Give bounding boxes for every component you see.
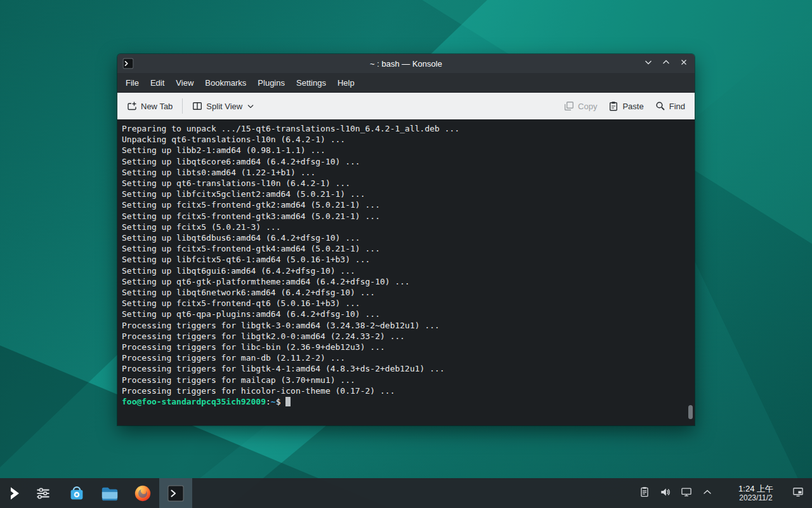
prompt-symbol: $ [276,397,286,406]
terminal-line: Processing triggers for libgtk-3-0:amd64… [122,320,686,331]
menu-view[interactable]: View [170,75,199,91]
terminal-output: Preparing to unpack .../15-qt6-translati… [122,123,686,396]
copy-icon [564,101,574,111]
terminal-line: Setting up libfcitx5-qt6-1:amd64 (5.0.16… [122,254,686,265]
clipboard-icon [638,486,651,500]
show-desktop-icon [792,486,804,500]
new-tab-label: New Tab [141,102,173,111]
terminal-line: Setting up qt6-qpa-plugins:amd64 (6.4.2+… [122,309,686,319]
toolbar-separator [182,98,183,114]
terminal-line: Setting up libqt6core6:amd64 (6.4.2+dfsg… [122,156,686,167]
find-icon [655,101,665,111]
terminal-line: Processing triggers for hicolor-icon-the… [122,385,686,396]
system-tray: 1:24 上午 2023/11/2 [637,478,812,508]
taskbar-dolphin-button[interactable] [93,478,126,508]
clipboard-tray-button[interactable] [637,486,652,501]
pager-button[interactable] [29,478,57,508]
menu-file[interactable]: File [120,75,145,91]
network-display-icon [680,486,693,500]
terminal-line: Processing triggers for libc-bin (2.36-9… [122,342,686,352]
digital-clock[interactable]: 1:24 上午 2023/11/2 [738,484,773,503]
taskbar: 1:24 上午 2023/11/2 [0,478,812,508]
menu-edit[interactable]: Edit [145,75,170,91]
minimize-icon [643,57,653,70]
new-tab-button[interactable]: New Tab [121,97,178,115]
dolphin-folder-icon [100,484,119,503]
scrollbar-thumb[interactable] [688,405,693,419]
app-launcher-button[interactable] [0,478,29,508]
prompt-user-host: foo@foo-standardpcq35ich92009 [122,397,266,406]
app-launcher-icon [6,485,23,502]
find-button[interactable]: Find [650,97,691,115]
show-desktop-button[interactable] [790,486,806,501]
maximize-button[interactable] [660,58,672,69]
terminal-line: Setting up libqt6gui6:amd64 (6.4.2+dfsg-… [122,265,686,276]
terminal-line: Processing triggers for man-db (2.11.2-2… [122,352,686,363]
discover-icon [67,484,86,503]
split-view-icon [192,101,202,111]
split-view-button[interactable]: Split View [187,97,259,115]
terminal-line: Preparing to unpack .../15-qt6-translati… [122,123,686,134]
terminal-line: Setting up libts0:amd64 (1.22-1+b1) ... [122,167,686,178]
terminal-line: Setting up libfcitx5gclient2:amd64 (5.0.… [122,189,686,199]
terminal-prompt-line: foo@foo-standardpcq35ich92009:~$ [122,396,686,407]
terminal-line: Setting up libqt6dbus6:amd64 (6.4.2+dfsg… [122,232,686,243]
paste-label: Paste [622,102,643,111]
terminal-line: Processing triggers for libgtk2.0-0:amd6… [122,331,686,342]
konsole-window-icon [122,58,134,69]
menu-settings[interactable]: Settings [291,75,332,91]
terminal-line: Setting up libb2-1:amd64 (0.98.1-1.1) ..… [122,145,686,156]
taskbar-apps [60,478,192,508]
sliders-icon [35,485,51,502]
terminal-cursor [285,397,291,406]
taskbar-konsole-task[interactable] [159,478,192,508]
taskbar-discover-button[interactable] [60,478,93,508]
clock-date: 2023/11/2 [738,493,773,503]
expand-tray-button[interactable] [700,486,715,501]
window-title: ~ : bash — Konsole [117,59,695,69]
menu-bookmarks[interactable]: Bookmarks [199,75,252,91]
terminal-line: Setting up qt6-gtk-platformtheme:amd64 (… [122,276,686,287]
terminal-scrollbar[interactable] [688,121,693,424]
firefox-icon [133,484,152,503]
menu-plugins[interactable]: Plugins [252,75,291,91]
menubar: File Edit View Bookmarks Plugins Setting… [117,73,695,93]
paste-button[interactable]: Paste [603,97,649,115]
konsole-icon [166,484,185,503]
clock-time: 1:24 上午 [738,484,773,493]
find-label: Find [669,102,685,111]
prompt-path: ~ [271,397,276,406]
terminal-line: Unpacking qt6-translations-l10n (6.4.2-1… [122,134,686,145]
volume-tray-button[interactable] [658,486,673,501]
terminal-line: Setting up fcitx5-frontend-gtk4:amd64 (5… [122,243,686,254]
terminal-line: Processing triggers for libgtk-4-1:amd64… [122,363,686,374]
close-icon [679,57,689,70]
network-tray-button[interactable] [679,486,694,501]
terminal-line: Setting up libqt6network6:amd64 (6.4.2+d… [122,287,686,298]
konsole-window: ~ : bash — Konsole File Edit View Bookma… [117,54,695,425]
terminal-line: Setting up fcitx5-frontend-qt6 (5.0.16-1… [122,298,686,309]
dropdown-chevron-icon [247,104,254,109]
copy-button[interactable]: Copy [558,97,603,115]
terminal-area[interactable]: Preparing to unpack .../15-qt6-translati… [117,119,695,425]
terminal-line: Processing triggers for mailcap (3.70+nm… [122,375,686,385]
minimize-button[interactable] [643,58,654,69]
taskbar-firefox-button[interactable] [126,478,159,508]
paste-icon [608,101,619,111]
volume-icon [659,486,672,500]
split-view-label: Split View [206,102,242,111]
terminal-line: Setting up qt6-translations-l10n (6.4.2-… [122,178,686,189]
menu-help[interactable]: Help [332,75,360,91]
close-button[interactable] [678,58,690,69]
new-tab-icon [127,101,137,111]
expand-tray-icon [701,486,714,500]
window-controls [643,58,690,69]
prompt-separator: : [266,397,271,406]
toolbar: New Tab Split View Copy Paste [117,93,695,119]
copy-label: Copy [578,102,597,111]
maximize-icon [661,57,671,70]
window-titlebar[interactable]: ~ : bash — Konsole [117,54,695,73]
terminal-line: Setting up fcitx5-frontend-gtk2:amd64 (5… [122,199,686,210]
terminal-line: Setting up fcitx5-frontend-gtk3:amd64 (5… [122,211,686,222]
terminal-line: Setting up fcitx5 (5.0.21-3) ... [122,222,686,232]
